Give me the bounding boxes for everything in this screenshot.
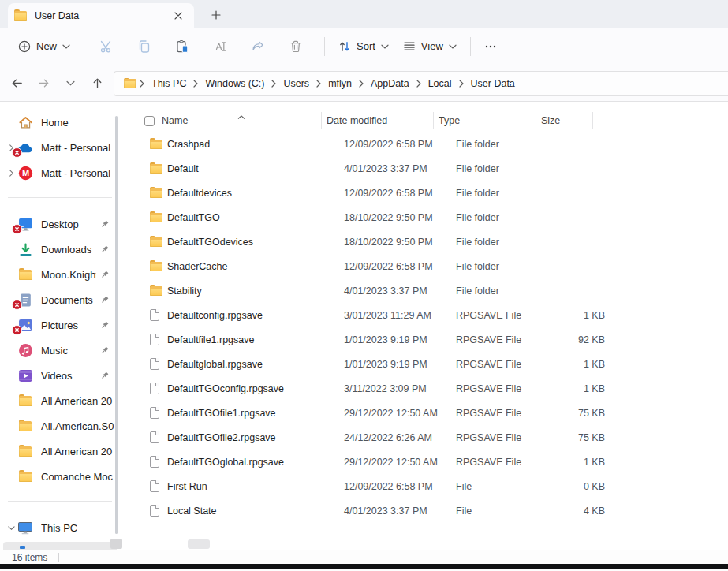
sidebar-item-all-american-1[interactable]: All American 20 (0, 388, 117, 413)
file-type: File folder (451, 139, 554, 150)
pin-icon (99, 295, 110, 305)
folder-icon (14, 12, 27, 21)
sidebar-item-desktop[interactable]: Desktop (0, 211, 117, 237)
table-row[interactable]: DefaultTGO 18/10/2022 9:50 PM File folde… (126, 205, 728, 230)
up-button[interactable] (87, 73, 107, 95)
file-type: File folder (451, 212, 554, 223)
breadcrumb-chevron-icon (271, 80, 276, 88)
file-date-modified: 12/09/2022 6:58 PM (339, 188, 451, 199)
file-size: 1 KB (554, 457, 611, 468)
sidebar-item-videos[interactable]: Videos (0, 363, 117, 388)
new-tab-button[interactable] (207, 6, 226, 24)
file-size: 1 KB (554, 310, 611, 321)
sidebar-item-home[interactable]: Home (0, 110, 117, 135)
file-icon (150, 309, 167, 321)
table-row[interactable]: Defaultconfig.rpgsave 3/01/2023 11:29 AM… (126, 303, 728, 327)
table-row[interactable]: Local State 4/01/2023 3:37 PM File 4 KB (126, 498, 728, 523)
table-row[interactable]: Defaultfile1.rpgsave 1/01/2023 9:19 PM R… (126, 327, 728, 352)
delete-button[interactable] (280, 33, 312, 60)
chevron-right-icon[interactable] (5, 166, 17, 179)
navigation-pane: Home Matt - Personal M Matt (0, 102, 126, 550)
copy-button[interactable] (129, 33, 160, 60)
paste-button[interactable] (166, 33, 198, 60)
breadcrumb-segment[interactable]: mflyn (325, 76, 355, 91)
table-row[interactable]: ShaderCache 12/09/2022 6:58 PM File fold… (126, 254, 728, 278)
new-button[interactable]: New (11, 33, 77, 60)
breadcrumb-segment[interactable]: This PC (148, 76, 189, 91)
file-type: RPGSAVE File (451, 383, 554, 394)
pin-icon (99, 244, 110, 255)
sidebar-item-downloads[interactable]: Downloads (0, 237, 117, 262)
sidebar-scrollbar-thumb-end[interactable] (110, 539, 122, 549)
breadcrumb-segment[interactable]: Users (280, 76, 312, 91)
file-date-modified: 4/01/2023 3:37 PM (339, 163, 451, 174)
onedrive-icon (17, 140, 33, 155)
file-type: RPGSAVE File (451, 408, 554, 419)
table-row[interactable]: Default 4/01/2023 3:37 PM File folder (126, 156, 728, 181)
explorer-tab[interactable]: User Data (8, 3, 194, 28)
table-row[interactable]: Crashpad 12/09/2022 6:58 PM File folder (126, 132, 728, 156)
file-date-modified: 1/01/2023 9:19 PM (339, 359, 451, 370)
sidebar-item-label: All.American.S0 (41, 420, 117, 432)
file-type: File (451, 506, 554, 517)
folder-icon (150, 261, 167, 271)
back-button[interactable] (6, 73, 27, 95)
table-row[interactable]: Defaultdevices 12/09/2022 6:58 PM File f… (126, 181, 728, 205)
sort-ascending-caret-icon (237, 110, 245, 121)
column-header-name[interactable]: Name (126, 115, 321, 126)
cut-button[interactable] (91, 33, 122, 60)
table-row[interactable]: Stability 4/01/2023 3:37 PM File folder (126, 278, 728, 303)
share-icon (251, 39, 265, 54)
breadcrumb-segment[interactable]: AppData (368, 76, 413, 91)
sidebar-item-label: This PC (41, 522, 117, 534)
toolbar-separator (324, 37, 325, 56)
sidebar-item-this-pc[interactable]: This PC (0, 515, 117, 540)
more-options-button[interactable] (477, 33, 504, 60)
breadcrumb-segment[interactable]: User Data (468, 76, 518, 91)
file-icon (150, 358, 167, 370)
sidebar-selected-item-partial[interactable] (3, 542, 117, 550)
address-breadcrumb-bar[interactable]: This PC Windows (C:) Users mflyn AppData… (114, 71, 728, 96)
sidebar-item-comanche[interactable]: Comanche Moc (0, 464, 117, 489)
sidebar-item-label: Pictures (41, 319, 96, 331)
view-button[interactable]: View (396, 33, 464, 60)
sidebar-item-moon-knight[interactable]: Moon.Knight (0, 262, 117, 287)
sort-button[interactable]: Sort (331, 33, 396, 60)
column-header-type[interactable]: Type (433, 112, 536, 129)
file-name: DefaultTGO (167, 212, 339, 223)
breadcrumb-segment[interactable]: Local (425, 76, 455, 91)
table-row[interactable]: DefaultTGOdevices 18/10/2022 9:50 PM Fil… (126, 230, 728, 254)
sidebar-item-pictures[interactable]: Pictures (0, 312, 117, 338)
table-row[interactable]: DefaultTGOfile1.rpgsave 29/12/2022 12:50… (126, 401, 728, 425)
file-type: RPGSAVE File (451, 457, 554, 468)
forward-button[interactable] (33, 73, 54, 95)
sidebar-item-onedrive-personal[interactable]: Matt - Personal (0, 135, 117, 160)
table-row[interactable]: DefaultTGOfile2.rpgsave 24/12/2022 6:26 … (126, 425, 728, 450)
sidebar-item-label: Comanche Moc (41, 471, 117, 483)
sidebar-item-all-american-2[interactable]: All American 20 (0, 439, 117, 464)
table-row[interactable]: DefaultTGOglobal.rpgsave 29/12/2022 12:5… (126, 450, 728, 474)
sidebar-item-m365-personal[interactable]: M Matt - Personal (0, 160, 117, 185)
share-button[interactable] (242, 33, 274, 60)
sidebar-item-documents[interactable]: Documents (0, 287, 117, 312)
tab-close-icon[interactable] (170, 8, 186, 24)
rename-button[interactable] (204, 33, 236, 60)
table-row[interactable]: DefaultTGOconfig.rpgsave 3/11/2022 3:09 … (126, 376, 728, 401)
sidebar-item-music[interactable]: Music (0, 338, 117, 363)
address-bar-row: This PC Windows (C:) Users mflyn AppData… (0, 65, 728, 102)
sidebar-scrollbar[interactable] (115, 116, 118, 534)
file-name: Defaultglobal.rpgsave (167, 359, 339, 370)
table-row[interactable]: Defaultglobal.rpgsave 1/01/2023 9:19 PM … (126, 352, 728, 376)
select-all-checkbox[interactable] (144, 116, 155, 126)
sidebar-item-all-american-s0[interactable]: All.American.S0 (0, 413, 117, 439)
recent-locations-button[interactable] (60, 73, 80, 95)
chevron-down-icon[interactable] (5, 521, 17, 534)
column-header-date-modified[interactable]: Date modified (321, 112, 433, 129)
breadcrumb-segment[interactable]: Windows (C:) (202, 76, 267, 91)
trash-icon (289, 39, 303, 54)
column-header-size[interactable]: Size (536, 112, 593, 129)
downloads-icon (17, 241, 33, 257)
table-row[interactable]: First Run 12/09/2022 6:58 PM File 0 KB (126, 474, 728, 498)
sync-error-badge (12, 300, 22, 310)
file-name: ShaderCache (167, 261, 339, 272)
